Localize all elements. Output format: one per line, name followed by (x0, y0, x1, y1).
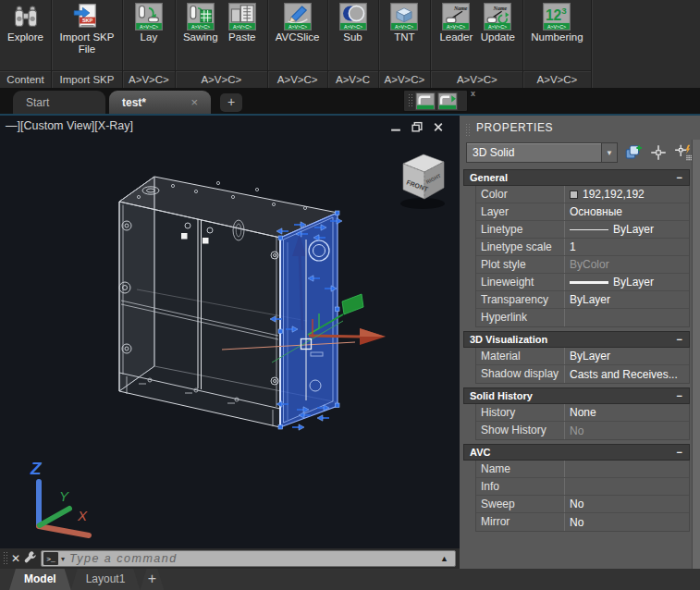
property-row-lineweight[interactable]: LineweightByLayer (476, 274, 689, 291)
toolbar-grip-handle[interactable] (408, 93, 412, 108)
property-value[interactable]: ByLayer (564, 291, 689, 308)
ribbon-button-label: Lay (141, 31, 158, 43)
property-row-layer[interactable]: LayerОсновные (476, 203, 689, 221)
quick-select-button[interactable] (624, 143, 643, 162)
object-type-dropdown[interactable]: 3D Solid ▼ (466, 142, 618, 163)
collapse-section-icon[interactable]: − (677, 390, 682, 401)
drawing-viewport[interactable]: —][Custom View][X-Ray] (0, 116, 460, 569)
ribbon-group-label[interactable]: A>V>C> (431, 70, 522, 88)
collapse-section-icon[interactable]: − (677, 447, 682, 458)
property-label: Sweep (476, 496, 564, 512)
property-value[interactable]: ByLayer (564, 221, 689, 238)
ribbon-group-label[interactable]: Content (0, 70, 51, 88)
property-row-material[interactable]: MaterialByLayer (476, 348, 689, 365)
property-row-plot-style[interactable]: Plot styleByColor (476, 256, 689, 274)
selected-panel[interactable] (280, 213, 338, 427)
ribbon-button-leader[interactable]: NameA>V>C>Leader (436, 2, 476, 44)
property-value[interactable] (564, 309, 689, 326)
ribbon-button-explore[interactable]: Explore (5, 2, 46, 44)
property-row-hyperlink[interactable]: Hyperlink (476, 309, 689, 326)
property-value[interactable]: 1 (564, 239, 689, 255)
3d-scene-canvas[interactable]: FRONT RIGHT Z Y X (0, 138, 460, 548)
section-header-avc[interactable]: AVC− (463, 444, 690, 461)
svg-text:A>V>C>: A>V>C> (191, 24, 210, 30)
property-value[interactable]: No (564, 422, 689, 439)
new-layout-button[interactable]: + (140, 569, 164, 590)
ribbon-group-label[interactable]: A>V>C (328, 70, 378, 88)
ribbon-button-sub[interactable]: A>V>C>Sub (333, 2, 374, 44)
ribbon-group-label[interactable]: A>V>C> (176, 70, 267, 88)
property-row-info[interactable]: Info (476, 478, 689, 496)
property-value[interactable]: No (564, 513, 689, 531)
collapse-section-icon[interactable]: − (677, 172, 682, 183)
command-close-icon[interactable]: ✕ (8, 552, 23, 565)
close-icon[interactable] (432, 120, 445, 132)
property-row-linetype-scale[interactable]: Linetype scale1 (476, 239, 689, 256)
lay-update-tool-icon[interactable] (437, 92, 458, 110)
view-cube[interactable]: FRONT RIGHT (400, 154, 445, 209)
property-value[interactable]: Основные (564, 203, 689, 220)
section-title: General (470, 172, 508, 183)
property-row-mirror[interactable]: MirrorNo (476, 513, 689, 531)
wrench-icon[interactable] (23, 550, 38, 568)
minimize-button[interactable] (389, 120, 402, 132)
command-input[interactable]: >_ ▾ Type a command ▲ (41, 550, 456, 567)
ribbon-button-numbering[interactable]: 123A>V>C>Numbering (528, 2, 585, 44)
ribbon-group: A>V>C>LayA>V>C> (123, 0, 176, 88)
property-row-color[interactable]: Color192,192,192 (476, 186, 689, 203)
ribbon-button-paste[interactable]: A>V>C>Paste (222, 2, 263, 44)
ribbon-button-avcslice[interactable]: A>V>C>AVCSlice (273, 2, 323, 44)
ribbon-group-label[interactable]: A>V>C> (379, 70, 431, 88)
recent-commands-caret-icon[interactable]: ▾ (61, 555, 65, 563)
command-history-expand-icon[interactable]: ▲ (440, 554, 448, 563)
lineweight-sample (570, 281, 608, 284)
ribbon-group-label[interactable]: A>V>C> (268, 70, 327, 88)
file-tab-start[interactable]: Start (13, 91, 105, 114)
property-value[interactable]: ByColor (564, 256, 689, 273)
property-row-history[interactable]: HistoryNone (476, 404, 689, 422)
select-objects-button[interactable] (649, 143, 668, 162)
property-row-shadow-display[interactable]: Shadow displayCasts and Receives... (476, 365, 689, 383)
property-row-show-history[interactable]: Show HistoryNo (476, 422, 689, 439)
svg-text:A>V>C>: A>V>C> (488, 24, 507, 30)
command-bar-grip-handle[interactable] (3, 551, 7, 566)
property-value[interactable]: None (564, 404, 689, 421)
ribbon-group-label[interactable]: Import SKP (52, 70, 122, 88)
section-header-solid-history[interactable]: Solid History− (463, 387, 690, 404)
restore-button[interactable] (411, 120, 424, 132)
property-value[interactable]: No (564, 496, 689, 512)
property-row-name[interactable]: Name (476, 461, 689, 478)
property-value[interactable]: 192,192,192 (564, 186, 689, 203)
property-row-linetype[interactable]: LinetypeByLayer (476, 221, 689, 239)
section-header-general[interactable]: General− (463, 169, 690, 186)
layout-tab-layout1[interactable]: Layout1 (71, 569, 141, 590)
layout-tab-model[interactable]: Model (9, 569, 71, 590)
ribbon-button-sawing[interactable]: A>V>C>Sawing (180, 2, 221, 44)
new-drawing-tab-button[interactable]: + (220, 93, 242, 112)
property-value[interactable] (564, 461, 689, 477)
property-row-transparency[interactable]: TransparencyByLayer (476, 291, 689, 309)
collapse-section-icon[interactable]: − (677, 334, 682, 345)
palette-scrollbar[interactable] (692, 140, 700, 569)
ribbon-group-label[interactable]: A>V>C> (123, 70, 175, 88)
dropdown-caret-icon[interactable]: ▼ (601, 143, 617, 162)
ribbon-button-tnt[interactable]: A>V>C>TNT (384, 2, 424, 44)
ribbon-button-import-skp-file[interactable]: SKPImport SKP File (56, 2, 117, 56)
close-tab-icon[interactable]: × (190, 95, 198, 109)
property-value[interactable]: ByLayer (564, 348, 689, 364)
file-tab-test[interactable]: test*× (109, 91, 211, 114)
property-value[interactable] (564, 478, 689, 495)
mini-toolbar-close-icon[interactable]: x (471, 89, 475, 98)
property-row-sweep[interactable]: SweepNo (476, 496, 689, 513)
section-header-3d-visualization[interactable]: 3D Visualization− (463, 331, 690, 348)
property-label: Linetype (476, 221, 564, 238)
toggle-pickadd-button[interactable] (674, 143, 693, 162)
property-value[interactable]: Casts and Receives... (564, 365, 689, 383)
ribbon-group-label[interactable]: A>V>C> (523, 70, 590, 88)
property-value[interactable]: ByLayer (564, 274, 689, 290)
ribbon-button-lay[interactable]: A>V>C>Lay (129, 2, 169, 44)
ribbon-button-update[interactable]: NameA>V>C>Update (477, 2, 518, 44)
command-prompt-icon[interactable]: >_ (43, 552, 58, 565)
palette-grip-handle[interactable] (465, 123, 470, 138)
lay-tool-icon[interactable] (415, 92, 436, 110)
